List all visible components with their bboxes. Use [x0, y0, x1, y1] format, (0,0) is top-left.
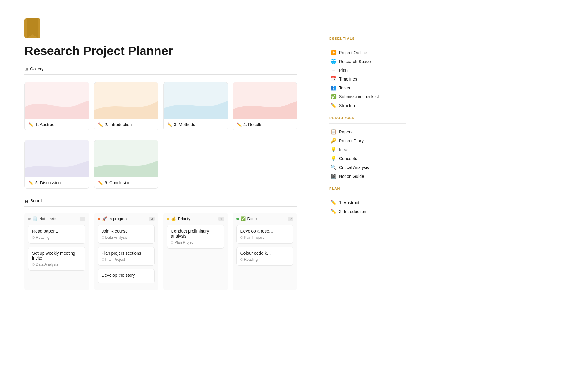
board-card-1[interactable]: Read paper 1 Reading — [28, 225, 85, 244]
timelines-icon: 📅 — [330, 76, 337, 82]
page-icon — [24, 18, 297, 44]
board-card-title-4: Plan project sections — [102, 251, 151, 256]
column-label-done: Done — [247, 216, 257, 221]
essentials-section-title: ESSENTIALS — [329, 37, 406, 40]
board-card-title-8: Colour code k… — [240, 251, 290, 256]
edit-icon-5: ✏️ — [28, 181, 33, 185]
sidebar-item-plan[interactable]: ≡ Plan — [329, 66, 406, 74]
ideas-icon: 💡 — [330, 147, 337, 152]
notion-guide-icon: 📓 — [330, 173, 337, 179]
resources-divider — [329, 123, 406, 124]
view-tabs: ⊞ Gallery — [24, 66, 297, 75]
plan-abstract-icon: ✏️ — [330, 200, 337, 205]
board-card-tag-4: Plan Project — [102, 257, 151, 262]
board-card-3[interactable]: Join R course Data Analysis — [98, 225, 155, 244]
card-image-4 — [233, 82, 297, 119]
sidebar-item-project-outline[interactable]: ▶️ Project Outline — [329, 48, 406, 57]
gallery-card-5[interactable]: ✏️ 5. Discussion — [24, 140, 89, 189]
sidebar-item-plan-introduction[interactable]: ✏️ 2. Introduction — [329, 207, 406, 216]
column-count-in-progress: 3 — [149, 217, 155, 221]
board-card-tag-1: Reading — [32, 235, 81, 240]
plan-icon: ≡ — [330, 67, 337, 73]
gallery-card-1[interactable]: ✏️ 1. Abstract — [24, 82, 89, 130]
board-card-2[interactable]: Set up weekly meeting invite Data Analys… — [28, 247, 85, 271]
board-card-title-6: Conduct preliminary analysis — [171, 229, 220, 238]
board-card-8[interactable]: Colour code k… Reading — [236, 247, 294, 266]
tag-circle-3 — [102, 236, 104, 239]
column-icon-in-progress: 🚀 — [102, 216, 107, 221]
sidebar-item-critical-analysis[interactable]: 🔍 Critical Analysis — [329, 163, 406, 172]
tab-gallery[interactable]: ⊞ Gallery — [24, 66, 43, 74]
gallery-grid-row2: ✏️ 5. Discussion ✏️ 6. Conclusion — [24, 140, 297, 189]
sidebar-item-project-diary[interactable]: 🔑 Project Diary — [329, 136, 406, 145]
gallery-card-6[interactable]: ✏️ 6. Conclusion — [94, 140, 159, 189]
gallery-card-4[interactable]: ✏️ 4. Results — [233, 82, 297, 130]
tag-circle-1 — [32, 236, 35, 239]
card-image-2 — [94, 82, 158, 119]
board-card-tag-6: Plan Project — [171, 240, 220, 245]
sidebar-item-submission-checklist[interactable]: ✅ Submission checklist — [329, 92, 406, 101]
sidebar-item-timelines[interactable]: 📅 Timelines — [329, 74, 406, 83]
column-header-done: ✅ Done 2 — [236, 216, 294, 221]
tag-circle-8 — [240, 258, 243, 261]
board-tabs: ▦ Board — [24, 198, 297, 207]
board-card-tag-7: Plan Project — [240, 235, 290, 240]
status-dot-in-progress — [98, 218, 100, 220]
board-columns: 🗒️ Not started 2 Read paper 1 Reading Se… — [24, 213, 297, 290]
column-count-done: 2 — [288, 217, 293, 221]
card-label-4: ✏️ 4. Results — [233, 119, 297, 130]
project-diary-icon: 🔑 — [330, 138, 337, 144]
papers-icon: 📋 — [330, 129, 337, 135]
board-card-title-1: Read paper 1 — [32, 229, 81, 234]
board-card-5[interactable]: Develop the story — [98, 269, 155, 283]
gallery-card-3[interactable]: ✏️ 3. Methods — [163, 82, 228, 130]
board-card-6[interactable]: Conduct preliminary analysis Plan Projec… — [167, 225, 224, 249]
resources-section-title: RESOURCES — [329, 116, 406, 120]
sidebar-item-notion-guide[interactable]: 📓 Notion Guide — [329, 172, 406, 181]
sidebar-item-structure[interactable]: ✏️ Structure — [329, 101, 406, 110]
column-label-in-progress: In progress — [109, 216, 129, 221]
plan-divider — [329, 194, 406, 194]
sidebar-item-research-space[interactable]: 🌐 Research Space — [329, 57, 406, 66]
board-column-not-started: 🗒️ Not started 2 Read paper 1 Reading Se… — [24, 213, 89, 290]
board-card-tag-2: Data Analysis — [32, 262, 81, 267]
board-card-tag-3: Data Analysis — [102, 235, 151, 240]
plan-section-title: PLAN — [329, 187, 406, 190]
edit-icon-6: ✏️ — [98, 181, 103, 185]
sidebar-item-ideas[interactable]: 💡 Ideas — [329, 145, 406, 154]
status-dot-not-started — [28, 218, 31, 220]
card-label-2: ✏️ 2. Introduction — [94, 119, 158, 130]
column-label-not-started: Not started — [39, 216, 59, 221]
page-title: Research Project Planner — [24, 44, 297, 58]
sidebar-item-tasks[interactable]: 👥 Tasks — [329, 83, 406, 92]
tag-circle-6 — [171, 241, 173, 244]
main-content: Research Project Planner ⊞ Gallery ✏️ 1.… — [0, 0, 322, 367]
column-label-priority: Priority — [178, 216, 190, 221]
gallery-card-2[interactable]: ✏️ 2. Introduction — [94, 82, 159, 130]
card-image-5 — [25, 140, 89, 177]
essentials-divider — [329, 44, 406, 44]
tasks-icon: 👥 — [330, 85, 337, 91]
plan-introduction-icon: ✏️ — [330, 208, 337, 214]
sidebar-item-plan-abstract[interactable]: ✏️ 1. Abstract — [329, 198, 406, 207]
edit-icon-2: ✏️ — [98, 122, 103, 127]
card-label-3: ✏️ 3. Methods — [164, 119, 228, 130]
sidebar-item-papers[interactable]: 📋 Papers — [329, 127, 406, 136]
tab-board[interactable]: ▦ Board — [24, 198, 42, 206]
board-column-priority: 💰 Priority 1 Conduct preliminary analysi… — [163, 213, 228, 290]
board-card-7[interactable]: Develop a rese… Plan Project — [236, 225, 294, 244]
research-space-icon: 🌐 — [330, 58, 337, 64]
tag-circle-2 — [32, 263, 35, 266]
board-card-4[interactable]: Plan project sections Plan Project — [98, 247, 155, 266]
sidebar-item-concepts[interactable]: 💡 Concepts — [329, 154, 406, 163]
column-header-not-started: 🗒️ Not started 2 — [28, 216, 85, 221]
critical-analysis-icon: 🔍 — [330, 164, 337, 170]
column-count-not-started: 2 — [80, 217, 85, 221]
board-card-title-5: Develop the story — [102, 273, 151, 278]
column-header-in-progress: 🚀 In progress 3 — [98, 216, 155, 221]
edit-icon-4: ✏️ — [237, 122, 242, 127]
submission-checklist-icon: ✅ — [330, 94, 337, 99]
column-header-priority: 💰 Priority 1 — [167, 216, 224, 221]
gallery-tab-icon: ⊞ — [24, 66, 28, 71]
board-card-title-7: Develop a rese… — [240, 229, 290, 234]
